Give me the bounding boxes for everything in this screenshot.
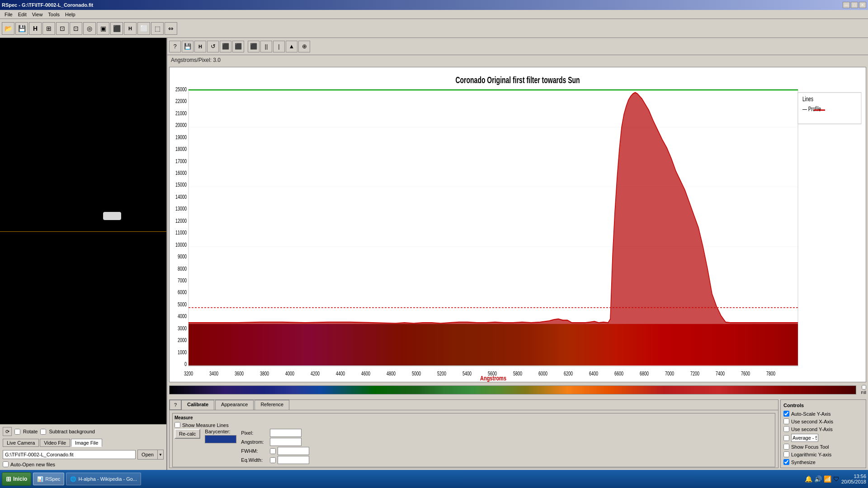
second-x-checkbox[interactable] [783, 418, 789, 424]
svg-text:17000: 17000 [175, 158, 187, 164]
tray-icon-2[interactable]: 🔊 [814, 475, 822, 483]
open-dropdown-arrow[interactable]: ▼ [157, 450, 164, 460]
open-button[interactable]: Open [137, 450, 157, 460]
fwhm-label: FWHM: [241, 448, 268, 454]
rotate-icon-btn[interactable]: ⟳ [3, 427, 12, 436]
tab-live-camera[interactable]: Live Camera [3, 439, 39, 447]
tool-13[interactable]: ⇔ [165, 22, 177, 35]
tool-11[interactable]: ⬜ [137, 22, 150, 35]
tab-reference[interactable]: Reference [255, 400, 289, 410]
synthesize-checkbox[interactable] [783, 459, 789, 465]
close-button[interactable]: ✕ [859, 2, 866, 8]
tool-6[interactable]: ⊡ [70, 22, 82, 35]
show-measure-checkbox[interactable] [175, 422, 180, 428]
svg-text:3000: 3000 [178, 325, 187, 331]
panel-help-btn[interactable]: ? [170, 400, 181, 410]
fwhm-checkbox[interactable] [270, 448, 276, 454]
average-checkbox[interactable] [783, 435, 789, 441]
taskbar-rspec[interactable]: 📊 RSpec [33, 473, 64, 485]
tab-appearance[interactable]: Appearance [215, 400, 254, 410]
filepath-input[interactable] [3, 450, 136, 459]
wiki-label: H-alpha - Wikipedia - Go... [78, 476, 137, 482]
pixel-row: Pixel: [241, 429, 309, 437]
svg-text:22000: 22000 [175, 98, 187, 104]
svg-text:9000: 9000 [178, 253, 187, 260]
tool-9[interactable]: ⬛ [110, 22, 123, 35]
svg-text:15000: 15000 [175, 182, 187, 188]
start-button[interactable]: ⊞ Inicio [2, 472, 31, 486]
chart-paste-btn[interactable]: ⬛ [232, 41, 244, 52]
fwhm-input[interactable] [278, 447, 309, 455]
start-label: Inicio [13, 476, 27, 482]
tool-5[interactable]: ⊡ [56, 22, 69, 35]
svg-text:6800: 6800 [640, 371, 649, 377]
recalc-section: Re-calc [175, 429, 200, 439]
chart-tool2[interactable]: || [260, 41, 272, 52]
rotate-checkbox[interactable] [14, 429, 20, 435]
recalc-button[interactable]: Re-calc [175, 429, 200, 439]
chart-help-btn[interactable]: ? [169, 41, 181, 52]
chart-tool5[interactable]: ⊕ [298, 41, 310, 52]
tray-icon-3[interactable]: 📶 [824, 475, 831, 483]
chart-h-btn[interactable]: H [194, 41, 206, 52]
chart-tool4[interactable]: ▲ [286, 41, 297, 52]
tray-icon-4[interactable]: 🛡 [833, 475, 840, 483]
tool-open[interactable]: 📂 [2, 22, 14, 35]
chart-toolbar: ? 💾 H ↺ ⬛ ⬛ ⬛ || | ▲ ⊕ [167, 38, 868, 55]
fill-checkbox[interactable] [862, 385, 866, 389]
menu-tools[interactable]: Tools [45, 11, 62, 18]
eqwidth-input[interactable] [278, 456, 309, 464]
chart-tool3[interactable]: | [273, 41, 285, 52]
svg-text:— Profile: — Profile [802, 106, 821, 113]
auto-open-checkbox[interactable] [3, 461, 9, 467]
subtract-bg-checkbox[interactable] [40, 429, 46, 435]
tool-refresh[interactable]: ⊞ [42, 22, 55, 35]
svg-text:2000: 2000 [178, 337, 187, 343]
menu-file[interactable]: File [2, 11, 15, 18]
second-y-label: Use second Y-Axis [791, 427, 833, 432]
image-display [0, 38, 166, 424]
svg-text:10000: 10000 [175, 241, 187, 248]
svg-text:4000: 4000 [178, 313, 187, 319]
svg-text:18000: 18000 [175, 146, 187, 152]
controls-bottom: ⟳ Rotate Subtract background Live Camera… [0, 424, 166, 470]
wiki-icon: 🌐 [70, 476, 76, 482]
svg-text:25000: 25000 [175, 86, 187, 92]
tab-video-file[interactable]: Video File [40, 439, 70, 447]
tool-h[interactable]: H [29, 22, 42, 35]
logarithmic-checkbox[interactable] [783, 451, 789, 457]
tray-icon-1[interactable]: 🔔 [805, 475, 812, 483]
tool-12[interactable]: ⬚ [151, 22, 164, 35]
maximize-button[interactable]: □ [851, 2, 858, 8]
svg-text:8000: 8000 [178, 265, 187, 272]
menu-edit[interactable]: Edit [15, 11, 29, 18]
tool-10[interactable]: H [124, 22, 137, 35]
barycenter-input[interactable] [205, 435, 236, 443]
minimize-button[interactable]: — [843, 2, 850, 8]
spectrum-bright-spot [103, 212, 121, 220]
pixel-input[interactable] [270, 429, 302, 437]
tab-calibrate[interactable]: Calibrate [181, 400, 214, 410]
svg-text:Lines: Lines [802, 96, 813, 103]
menu-view[interactable]: View [29, 11, 46, 18]
svg-text:6000: 6000 [178, 289, 187, 296]
taskbar-wiki[interactable]: 🌐 H-alpha - Wikipedia - Go... [66, 473, 141, 485]
menu-help[interactable]: Help [62, 11, 78, 18]
tool-save[interactable]: 💾 [15, 22, 28, 35]
show-measure-label: Show Measure Lines [182, 422, 229, 428]
tab-image-file[interactable]: Image File [71, 439, 102, 447]
chart-save-btn[interactable]: 💾 [182, 41, 193, 52]
focus-checkbox[interactable] [783, 444, 789, 450]
chart-copy-btn[interactable]: ⬛ [220, 41, 231, 52]
chart-undo-btn[interactable]: ↺ [207, 41, 219, 52]
angstrom-input[interactable] [270, 438, 302, 446]
chart-title-text: Coronado Original first filter towards S… [455, 75, 580, 85]
second-y-checkbox[interactable] [783, 426, 789, 432]
tool-7[interactable]: ◎ [83, 22, 96, 35]
eqwidth-checkbox[interactable] [270, 457, 276, 463]
average-input[interactable] [791, 434, 818, 442]
auto-scale-checkbox[interactable] [783, 411, 789, 417]
svg-text:3600: 3600 [235, 371, 244, 377]
chart-tool1[interactable]: ⬛ [248, 41, 259, 52]
tool-8[interactable]: ▣ [97, 22, 109, 35]
